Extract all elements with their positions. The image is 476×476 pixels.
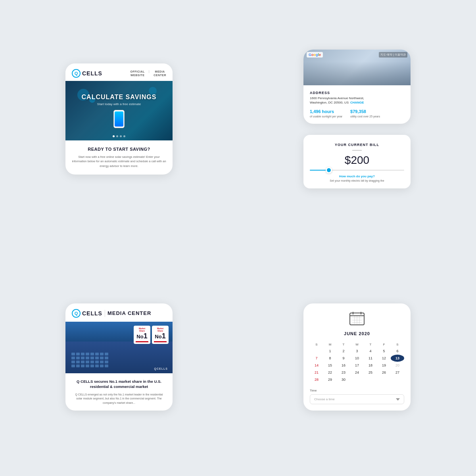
cal-day-16[interactable]: 16 [337,362,350,369]
media-news-title: Q CELLS secures No.1 market share in the… [72,379,166,390]
google-map: Google 지도·예약 | 이용약관 [303,50,411,85]
slider-thumb[interactable] [326,167,332,173]
address-line2: Washington, DC 20500, US CHANGE [310,101,404,104]
badge1-no: No1 [136,332,148,340]
q-icon: Q [72,69,81,78]
cal-day-9[interactable]: 9 [337,355,350,362]
media-qcells-logo: Q CELLS [72,309,102,318]
bill-question[interactable]: How much do you pay? [310,175,404,178]
cal-day-14[interactable]: 14 [310,362,323,369]
qcells-body: READY TO START SAVING? Start now with a … [65,140,173,175]
bill-slider[interactable] [310,170,404,171]
cal-day-26[interactable]: 26 [377,369,391,376]
ready-title: READY TO START SAVING? [72,147,166,152]
ready-text: Start now with a free online solar savin… [72,155,166,168]
cal-day-18[interactable]: 18 [364,362,377,369]
cal-day-12[interactable]: 12 [377,355,391,362]
hero-dots [113,135,125,137]
map-gradient [303,61,411,85]
cal-day-17[interactable]: 17 [350,362,364,369]
cal-day-27[interactable]: 27 [391,369,404,376]
stat-sunlight-value: 1,496 hours [310,109,342,114]
day-header-t: T [337,342,350,347]
hero-dot-1 [113,135,115,137]
day-header-w: W [350,342,364,347]
hero-dot-2 [116,135,118,137]
cal-day-20[interactable]: 20 [391,362,404,369]
cal-day-3[interactable]: 3 [350,347,364,355]
day-header-m: M [323,342,337,347]
time-label: Time [310,389,404,392]
google-logo: Google [307,52,323,58]
qcells-phone-card: Q CELLS OFFICIAL WEBSITE | MEDIA CENTER … [65,63,173,175]
day-header-s: S [310,342,323,347]
cal-week-3: 14 15 16 17 18 19 20 [310,362,404,369]
calendar-month: JUNE 2020 [310,331,404,336]
cal-week-2: 7 8 9 10 11 12 13 [310,355,404,362]
cal-day-22[interactable]: 22 [323,369,337,376]
media-hero-image: MarketShare No1 MarketShare No1 QCELLS [65,322,173,373]
address-line2-text: Washington, DC 20500, US [310,101,349,104]
cal-empty-1 [350,376,364,383]
bill-card: YOUR CURRENT BILL $200 How much do you p… [303,135,411,188]
cal-day-21[interactable]: 21 [310,369,323,376]
badge1-top: MarketShare [136,327,148,332]
change-link[interactable]: CHANGE [350,101,364,104]
cal-day-10[interactable]: 10 [350,355,364,362]
day-header-sa: S [391,342,404,347]
solar-stats: 1,496 hours of usable sunlight per year … [310,109,404,119]
cal-day-24[interactable]: 24 [350,369,364,376]
bill-divider [352,150,362,151]
qcells-logo: Q CELLS [72,69,102,78]
svg-rect-2 [353,312,353,315]
nav-divider: | [149,70,150,77]
hero-text: CALCULATE SAVINGS Start today with a fre… [82,94,157,128]
nav-media[interactable]: MEDIA CENTER [154,70,166,77]
badge2-bar [154,341,167,342]
time-select[interactable]: Choose a time 9:00 AM 10:00 AM 11:00 AM … [310,394,404,404]
media-body: Q CELLS secures No.1 market share in the… [65,373,173,411]
cal-day-1[interactable]: 1 [323,347,337,355]
cal-day-7[interactable]: 7 [310,355,323,362]
cal-day-15[interactable]: 15 [323,362,337,369]
quadrant-solar: Google 지도·예약 | 이용약관 ADDRESS 1600 Pennsyl… [238,0,476,238]
cal-day-5[interactable]: 5 [377,347,391,355]
cal-empty-4 [391,376,404,383]
market-badge-1: MarketShare No1 [134,326,150,344]
media-divider [105,310,105,317]
cal-day-23[interactable]: 23 [337,369,350,376]
solar-address-card: Google 지도·예약 | 이용약관 ADDRESS 1600 Pennsyl… [303,50,411,124]
cal-day-28[interactable]: 28 [310,376,323,383]
cal-day-2[interactable]: 2 [337,347,350,355]
cal-day-6[interactable]: 6 [391,347,404,355]
svg-rect-3 [361,312,361,315]
media-center-label: MEDIA CENTER [107,310,151,316]
market-badge-2: MarketShare No1 [152,326,169,344]
market-badges: MarketShare No1 MarketShare No1 [134,326,169,344]
cal-week-4: 21 22 23 24 25 26 27 [310,369,404,376]
calendar-icon-container [310,311,404,327]
cal-day-11[interactable]: 11 [364,355,377,362]
address-label: ADDRESS [310,91,404,95]
cal-day-empty [310,347,323,355]
hero-phone-illustration [113,110,125,128]
badge2-top: MarketShare [154,327,167,332]
cal-day-25[interactable]: 25 [364,369,377,376]
stat-cost-desc: utility cost over 25 years [350,115,380,119]
cal-empty-3 [377,376,391,383]
quadrant-media: Q CELLS MEDIA CENTER [0,238,238,476]
hero-title: CALCULATE SAVINGS [82,94,157,101]
cal-day-13-today[interactable]: 13 [391,355,404,362]
cal-day-29[interactable]: 29 [323,376,337,383]
cal-day-4[interactable]: 4 [364,347,377,355]
stat-cost: $79,358 utility cost over 25 years [350,109,380,119]
nav-official[interactable]: OFFICIAL WEBSITE [130,70,144,77]
cal-day-8[interactable]: 8 [323,355,337,362]
qcells-header: Q CELLS OFFICIAL WEBSITE | MEDIA CENTER [65,63,173,81]
svg-rect-1 [350,315,364,316]
badge1-bar [136,341,148,342]
calendar-grid: S M T W T F S 1 2 3 4 5 6 [310,342,404,383]
cal-day-19[interactable]: 19 [377,362,391,369]
cal-day-30[interactable]: 30 [337,376,350,383]
calendar-card: JUNE 2020 S M T W T F S 1 2 3 [303,303,411,411]
